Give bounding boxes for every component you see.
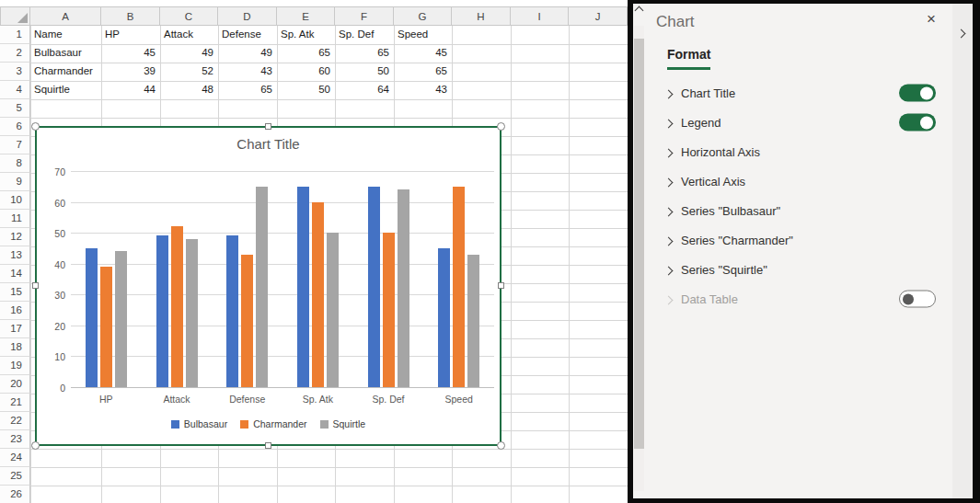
cell-C1[interactable]: Attack [160, 26, 218, 44]
resize-handle-bottom-left[interactable] [31, 441, 40, 450]
chart-object[interactable]: Chart Title 010203040506070 HPAttackDefe… [35, 126, 502, 446]
column-header-D[interactable]: D [218, 6, 277, 26]
select-all-corner[interactable] [0, 6, 30, 26]
close-icon[interactable]: × [927, 11, 936, 27]
cell-B3[interactable]: 39 [101, 63, 160, 81]
pane-item-data-table[interactable]: Data Table [633, 284, 973, 314]
resize-handle-middle-right[interactable] [498, 282, 504, 289]
bar-Squirtle-HP[interactable] [115, 251, 127, 387]
row-header-22[interactable]: 22 [0, 412, 30, 430]
cell-D3[interactable]: 43 [218, 63, 277, 81]
bar-Squirtle-Defense[interactable] [256, 187, 268, 387]
cell-C3[interactable]: 52 [160, 63, 218, 81]
bar-Charmander-Attack[interactable] [171, 226, 183, 387]
column-header-J[interactable]: J [569, 6, 628, 26]
expand-chevron-icon[interactable] [664, 296, 674, 305]
legend-item-Squirtle[interactable]: Squirtle [320, 418, 366, 429]
column-header-E[interactable]: E [277, 6, 335, 26]
pane-item-legend[interactable]: Legend [633, 108, 973, 137]
cell-E1[interactable]: Sp. Atk [277, 26, 335, 44]
resize-handle-top-right[interactable] [497, 122, 505, 131]
spreadsheet-area[interactable]: ABCDEFGHIJ 12345678910111213141516171819… [0, 0, 628, 503]
cell-F2[interactable]: 65 [335, 44, 394, 63]
bar-Charmander-Speed[interactable] [453, 187, 465, 387]
row-header-16[interactable]: 16 [0, 302, 30, 320]
pane-item-series-squirtle[interactable]: Series "Squirtle" [633, 255, 973, 284]
resize-handle-middle-left[interactable] [32, 282, 39, 289]
cell-D4[interactable]: 65 [218, 81, 277, 99]
toggle-data-table[interactable] [899, 291, 936, 308]
bar-Bulbasaur-Sp. Atk[interactable] [297, 187, 309, 387]
pane-item-chart-title[interactable]: Chart Title [633, 78, 973, 108]
bar-Bulbasaur-Defense[interactable] [226, 235, 238, 387]
row-header-8[interactable]: 8 [0, 154, 30, 173]
pane-item-vertical-axis[interactable]: Vertical Axis [633, 166, 973, 196]
cell-A1[interactable]: Name [30, 26, 101, 44]
pane-item-horizontal-axis[interactable]: Horizontal Axis [633, 137, 973, 166]
row-header-13[interactable]: 13 [0, 246, 30, 265]
cell-G1[interactable]: Speed [394, 26, 452, 44]
cell-D1[interactable]: Defense [218, 26, 277, 44]
bar-Bulbasaur-Attack[interactable] [156, 235, 168, 387]
row-header-26[interactable]: 26 [0, 486, 30, 503]
row-header-4[interactable]: 4 [0, 81, 30, 99]
pane-item-series-charmander[interactable]: Series "Charmander" [633, 225, 973, 255]
row-header-19[interactable]: 19 [0, 357, 30, 375]
row-header-18[interactable]: 18 [0, 338, 30, 357]
expand-chevron-icon[interactable] [664, 237, 674, 246]
column-header-A[interactable]: A [30, 6, 101, 26]
row-header-1[interactable]: 1 [0, 26, 30, 44]
bar-Squirtle-Sp. Def[interactable] [398, 189, 409, 387]
bar-Charmander-Sp. Atk[interactable] [312, 202, 324, 387]
cell-F4[interactable]: 64 [335, 81, 394, 99]
expand-chevron-icon[interactable] [664, 149, 674, 158]
row-header-3[interactable]: 3 [0, 63, 30, 81]
cell-G4[interactable]: 43 [394, 81, 452, 99]
cell-G2[interactable]: 45 [394, 44, 452, 63]
legend-item-Bulbasaur[interactable]: Bulbasaur [171, 418, 227, 429]
pane-collapse-strip[interactable] [952, 4, 973, 498]
row-header-21[interactable]: 21 [0, 394, 30, 412]
cell-A3[interactable]: Charmander [30, 63, 101, 81]
pane-item-series-bulbasaur[interactable]: Series "Bulbasaur" [633, 196, 973, 225]
cell-F3[interactable]: 50 [335, 63, 394, 81]
cell-D2[interactable]: 49 [218, 44, 277, 63]
row-header-24[interactable]: 24 [0, 449, 30, 467]
cell-B1[interactable]: HP [101, 26, 160, 44]
cell-E3[interactable]: 60 [277, 63, 335, 81]
bar-Charmander-Defense[interactable] [241, 255, 253, 387]
column-header-H[interactable]: H [452, 6, 511, 26]
row-header-7[interactable]: 7 [0, 136, 30, 154]
chart-title[interactable]: Chart Title [37, 136, 500, 152]
bar-Bulbasaur-Speed[interactable] [438, 248, 450, 387]
row-header-12[interactable]: 12 [0, 228, 30, 246]
cell-F1[interactable]: Sp. Def [335, 26, 394, 44]
column-header-B[interactable]: B [101, 6, 160, 26]
row-header-9[interactable]: 9 [0, 173, 30, 191]
column-header-I[interactable]: I [511, 6, 569, 26]
cell-G3[interactable]: 65 [394, 63, 452, 81]
bar-Bulbasaur-Sp. Def[interactable] [368, 187, 380, 387]
bar-Squirtle-Sp. Atk[interactable] [327, 233, 339, 387]
bar-Charmander-Sp. Def[interactable] [383, 233, 395, 387]
cell-A2[interactable]: Bulbasaur [30, 44, 101, 63]
expand-chevron-icon[interactable] [664, 178, 674, 188]
row-header-20[interactable]: 20 [0, 375, 30, 394]
chart-legend[interactable]: BulbasaurCharmanderSquirtle [37, 418, 500, 429]
expand-chevron-icon[interactable] [664, 120, 674, 129]
cell-E2[interactable]: 65 [277, 44, 335, 63]
tab-format[interactable]: Format [667, 47, 710, 70]
expand-chevron-icon[interactable] [664, 208, 674, 217]
toggle-legend[interactable] [899, 114, 936, 131]
toggle-chart-title[interactable] [899, 85, 936, 102]
column-header-G[interactable]: G [394, 6, 452, 26]
row-header-10[interactable]: 10 [0, 191, 30, 210]
bar-Bulbasaur-HP[interactable] [86, 248, 98, 387]
bar-Squirtle-Attack[interactable] [186, 239, 198, 387]
cell-B4[interactable]: 44 [101, 81, 160, 99]
column-header-F[interactable]: F [335, 6, 394, 26]
cell-C4[interactable]: 48 [160, 81, 218, 99]
bar-Squirtle-Speed[interactable] [467, 255, 479, 387]
row-header-14[interactable]: 14 [0, 265, 30, 283]
row-header-23[interactable]: 23 [0, 430, 30, 449]
